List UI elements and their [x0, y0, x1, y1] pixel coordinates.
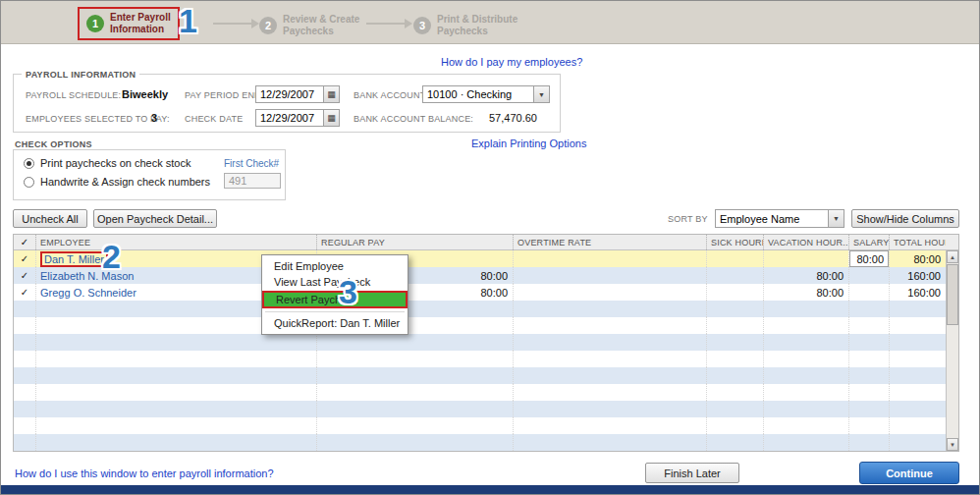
handwrite-assign-label: Handwrite & Assign check numbers [40, 176, 210, 188]
employee-name-link[interactable]: Gregg O. Schneider [40, 287, 136, 299]
header-total-hours[interactable]: TOTAL HOURS [889, 235, 946, 249]
header-check-column[interactable]: ✓ [14, 235, 35, 249]
bank-balance-label: BANK ACCOUNT BALANCE: [354, 114, 473, 124]
check-options-title: CHECK OPTIONS [15, 139, 92, 149]
pay-period-ends-value: 12/29/2007 [256, 88, 323, 100]
sick-hourly-cell[interactable] [706, 267, 763, 284]
header-salary[interactable]: SALARY [848, 235, 889, 249]
sort-by-label: SORT BY [668, 214, 708, 224]
overtime-rate-cell[interactable] [513, 267, 706, 284]
table-body: ✓ Dan T. Miller 80:00 80:00 ✓ Elizabeth … [14, 250, 946, 451]
handwrite-assign-option[interactable]: Handwrite & Assign check numbers [24, 176, 210, 188]
table-header-row: ✓ EMPLOYEE REGULAR PAY OVERTIME RATE SIC… [14, 235, 958, 250]
table-row-gregg-schneider[interactable]: ✓ Gregg O. Schneider 80:00 80:00 160:00 [14, 284, 946, 301]
calendar-icon[interactable]: ▦ [323, 86, 339, 102]
row-checkmark[interactable]: ✓ [14, 250, 35, 267]
chevron-down-icon[interactable]: ▼ [533, 86, 549, 102]
finish-later-button[interactable]: Finish Later [645, 463, 739, 483]
step2-label-line1: Review & Create [283, 14, 359, 26]
table-row-empty [14, 434, 946, 451]
window-help-link[interactable]: How do I use this window to enter payrol… [15, 468, 274, 479]
print-paychecks-option[interactable]: Print paychecks on check stock [24, 157, 191, 169]
bank-account-dropdown[interactable]: 10100 · Checking ▼ [422, 85, 550, 103]
row-checkmark[interactable]: ✓ [14, 267, 35, 284]
explain-printing-options-link[interactable]: Explain Printing Options [471, 138, 586, 149]
header-regular-pay[interactable]: REGULAR PAY [316, 235, 513, 249]
bank-account-value: 10100 · Checking [423, 88, 533, 100]
handwrite-assign-radio[interactable] [24, 177, 34, 188]
overtime-rate-cell[interactable] [513, 250, 706, 267]
menu-item-quickreport[interactable]: QuickReport: Dan T. Miller [262, 315, 408, 331]
sort-by-value: Employee Name [716, 213, 828, 225]
table-row-empty [14, 417, 946, 434]
total-hours-cell: 160:00 [889, 284, 946, 301]
first-check-number-field[interactable]: 491 [224, 173, 281, 189]
step1-label-line2: Information [110, 24, 171, 35]
scroll-down-icon[interactable]: ▼ [947, 438, 958, 451]
stepper-arrow-2 [366, 23, 406, 25]
step-print-distribute-paychecks: 3 Print & Distribute Paychecks [413, 14, 517, 37]
overtime-rate-cell[interactable] [513, 284, 706, 301]
context-menu: Edit Employee View Last Paycheck Revert … [261, 254, 408, 335]
table-row-dan-miller[interactable]: ✓ Dan T. Miller 80:00 80:00 [14, 250, 946, 267]
uncheck-all-button[interactable]: Uncheck All [13, 209, 87, 228]
header-overtime-rate[interactable]: OVERTIME RATE [513, 235, 706, 249]
print-paychecks-label: Print paychecks on check stock [40, 157, 191, 169]
employees-selected-value: 3 [151, 112, 157, 124]
menu-item-edit-employee[interactable]: Edit Employee [262, 258, 408, 274]
step-review-create-paychecks: 2 Review & Create Paychecks [259, 14, 359, 37]
bank-balance-value: 57,470.60 [489, 112, 537, 124]
annotation-number-3: 3 [339, 275, 357, 308]
show-hide-columns-button[interactable]: Show/Hide Columns [851, 209, 959, 228]
vacation-hourly-cell[interactable]: 80:00 [763, 284, 848, 301]
salary-cell[interactable] [848, 284, 889, 301]
calendar-icon[interactable]: ▦ [323, 110, 339, 126]
sort-by-dropdown[interactable]: Employee Name ▼ [715, 209, 844, 228]
print-paychecks-radio[interactable] [24, 158, 34, 169]
table-row-elizabeth-mason[interactable]: ✓ Elizabeth N. Mason 80:00 80:00 160:00 [14, 267, 946, 284]
sick-hourly-cell[interactable] [706, 250, 763, 267]
step2-label: Review & Create Paychecks [283, 14, 359, 37]
continue-button[interactable]: Continue [859, 462, 959, 484]
stepper-arrow-1 [213, 23, 252, 25]
payroll-information-title: PAYROLL INFORMATION [22, 70, 139, 80]
vacation-hourly-cell[interactable]: 80:00 [763, 267, 848, 284]
check-date-label: CHECK DATE [185, 114, 243, 124]
pay-period-ends-field[interactable]: 12/29/2007 ▦ [255, 85, 340, 103]
step-enter-payroll-information: 1 Enter Payroll Information [78, 7, 180, 40]
vacation-hourly-cell[interactable] [763, 250, 848, 267]
salary-cell[interactable] [848, 267, 889, 284]
scrollbar-thumb[interactable] [947, 264, 958, 325]
header-employee[interactable]: EMPLOYEE [35, 235, 316, 249]
step1-label: Enter Payroll Information [110, 12, 171, 35]
sick-hourly-cell[interactable] [706, 284, 763, 301]
table-row-empty [14, 367, 946, 384]
chevron-down-icon[interactable]: ▼ [828, 210, 844, 227]
check-date-field[interactable]: 12/29/2007 ▦ [255, 109, 340, 127]
annotation-number-1: 1 [179, 4, 197, 37]
scroll-up-icon[interactable]: ▲ [947, 250, 958, 263]
step1-number-circle: 1 [86, 15, 104, 32]
table-row-empty [14, 401, 946, 417]
step2-number-circle: 2 [259, 17, 277, 34]
wizard-stepper: 1 Enter Payroll Information 2 Review & C… [1, 1, 979, 44]
salary-cell[interactable]: 80:00 [848, 250, 889, 267]
employees-selected-label: EMPLOYEES SELECTED TO PAY: [26, 114, 170, 124]
step1-label-line1: Enter Payroll [110, 12, 171, 24]
header-vacation-hourly[interactable]: VACATION HOUR... [763, 235, 848, 249]
open-paycheck-detail-button[interactable]: Open Paycheck Detail... [93, 209, 217, 228]
total-hours-cell: 160:00 [889, 267, 946, 284]
header-sick-hourly[interactable]: SICK HOURLY [706, 235, 763, 249]
payroll-schedule-value: Biweekly [122, 88, 168, 100]
how-do-i-pay-link[interactable]: How do I pay my employees? [441, 56, 582, 68]
table-row-empty [14, 317, 946, 334]
employee-name-link[interactable]: Dan T. Miller [40, 251, 108, 267]
vertical-scrollbar[interactable]: ▲ ▼ [946, 250, 958, 451]
step2-label-line2: Paychecks [283, 26, 359, 37]
payroll-information-group: PAYROLL INFORMATION PAYROLL SCHEDULE: Bi… [13, 74, 561, 133]
row-checkmark[interactable]: ✓ [14, 284, 35, 301]
step3-number-circle: 3 [413, 17, 431, 34]
menu-item-view-last-paycheck[interactable]: View Last Paycheck [262, 274, 408, 290]
menu-separator [265, 311, 405, 312]
menu-item-revert-paycheck[interactable]: Revert Paycheck [262, 291, 408, 308]
